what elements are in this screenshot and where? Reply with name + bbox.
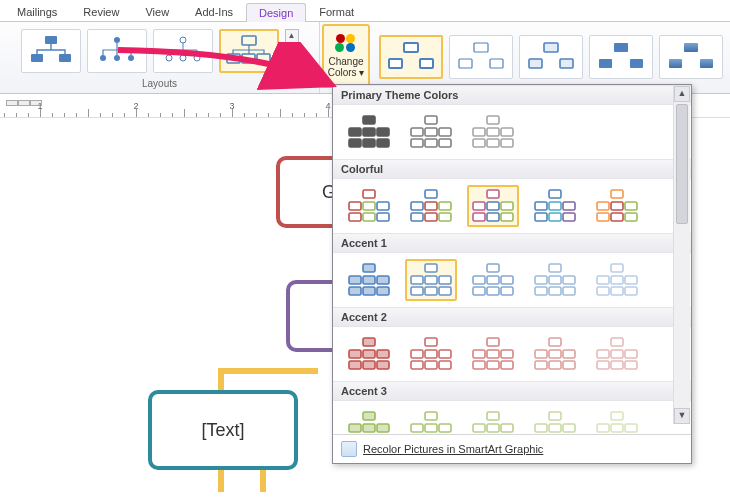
recolor-pictures-button[interactable]: Recolor Pictures in SmartArt Graphic [333, 434, 691, 463]
svg-rect-111 [535, 287, 547, 295]
svg-rect-66 [473, 202, 485, 210]
svg-rect-151 [611, 350, 623, 358]
svg-rect-24 [614, 43, 628, 52]
accent2-color-4[interactable] [591, 333, 643, 375]
accent1-color-0[interactable] [343, 259, 395, 301]
colorful-color-3[interactable] [529, 185, 581, 227]
svg-rect-22 [529, 59, 542, 68]
svg-rect-47 [501, 128, 513, 136]
svg-rect-166 [439, 424, 451, 432]
recolor-pictures-label: Recolor Pictures in SmartArt Graphic [363, 443, 543, 455]
ribbon-tabs: Mailings Review View Add-Ins Design Form… [0, 0, 730, 22]
svg-rect-141 [501, 361, 513, 369]
accent2-color-2[interactable] [467, 333, 519, 375]
style-option-3[interactable] [519, 35, 583, 79]
style-option-4[interactable] [589, 35, 653, 79]
style-option-2[interactable] [449, 35, 513, 79]
accent2-color-1[interactable] [405, 333, 457, 375]
colorful-color-2[interactable] [467, 185, 519, 227]
primary-color-0[interactable] [343, 111, 395, 153]
layouts-scroll-up[interactable]: ▲ [285, 29, 299, 43]
accent3-color-2[interactable] [467, 407, 519, 434]
accent1-color-3[interactable] [529, 259, 581, 301]
svg-rect-56 [363, 213, 375, 221]
colorful-color-4[interactable] [591, 185, 643, 227]
accent1-color-1[interactable] [405, 259, 457, 301]
svg-rect-61 [439, 202, 451, 210]
tab-view[interactable]: View [132, 2, 182, 21]
accent2-color-3[interactable] [529, 333, 581, 375]
style-option-1-selected[interactable] [379, 35, 443, 79]
tab-format[interactable]: Format [306, 2, 367, 21]
svg-rect-81 [611, 202, 623, 210]
svg-rect-133 [425, 361, 437, 369]
dropdown-row [333, 401, 691, 434]
dropdown-row [333, 179, 691, 233]
svg-rect-11 [242, 36, 256, 45]
layouts-scroll-down[interactable]: ▼ [285, 44, 299, 58]
svg-rect-34 [349, 139, 361, 147]
colorful-color-0[interactable] [343, 185, 395, 227]
layout-option-1[interactable] [21, 29, 81, 73]
svg-rect-110 [563, 276, 575, 284]
svg-rect-121 [363, 338, 375, 346]
svg-point-5 [114, 55, 120, 61]
layout-option-4-selected[interactable] [219, 29, 279, 73]
svg-rect-112 [549, 287, 561, 295]
accent3-color-3[interactable] [529, 407, 581, 434]
dropdown-scroll-area[interactable]: Primary Theme ColorsColorfulAccent 1Acce… [333, 85, 691, 434]
svg-rect-1 [31, 54, 43, 62]
smartart-node-3[interactable]: [Text] [148, 390, 298, 470]
tab-design[interactable]: Design [246, 3, 306, 22]
accent2-color-0[interactable] [343, 333, 395, 375]
dropdown-heading-accent1: Accent 1 [333, 233, 691, 253]
primary-color-2[interactable] [467, 111, 519, 153]
accent3-color-0[interactable] [343, 407, 395, 434]
svg-point-8 [166, 55, 172, 61]
svg-rect-170 [487, 412, 499, 420]
layouts-gallery-scroll: ▲ ▼ ▾ [285, 29, 299, 73]
svg-rect-88 [363, 276, 375, 284]
colorful-color-1[interactable] [405, 185, 457, 227]
svg-rect-41 [411, 139, 423, 147]
group-layouts-label: Layouts [6, 78, 313, 91]
svg-rect-31 [349, 128, 361, 136]
layout-option-2[interactable] [87, 29, 147, 73]
svg-rect-165 [425, 424, 437, 432]
dropdown-scroll-down[interactable]: ▼ [674, 408, 690, 424]
dropdown-row [333, 253, 691, 307]
svg-rect-91 [363, 287, 375, 295]
accent3-color-4[interactable] [591, 407, 643, 434]
svg-rect-106 [501, 287, 513, 295]
svg-rect-142 [549, 338, 561, 346]
svg-rect-51 [363, 190, 375, 198]
tab-review[interactable]: Review [70, 2, 132, 21]
tab-mailings[interactable]: Mailings [4, 2, 70, 21]
style-option-5[interactable] [659, 35, 723, 79]
layouts-gallery-more[interactable]: ▾ [285, 59, 299, 73]
accent3-color-1[interactable] [405, 407, 457, 434]
svg-rect-92 [377, 287, 389, 295]
dropdown-scroll-up[interactable]: ▲ [674, 86, 690, 102]
svg-rect-40 [439, 128, 451, 136]
change-colors-button[interactable]: Change Colors ▾ [322, 24, 370, 88]
dropdown-scroll-handle[interactable] [676, 104, 688, 224]
svg-rect-186 [611, 424, 623, 432]
svg-rect-43 [439, 139, 451, 147]
svg-rect-118 [597, 287, 609, 295]
svg-rect-38 [411, 128, 423, 136]
accent1-color-4[interactable] [591, 259, 643, 301]
svg-rect-147 [549, 361, 561, 369]
layout-option-3[interactable] [153, 29, 213, 73]
tab-addins[interactable]: Add-Ins [182, 2, 246, 21]
primary-color-1[interactable] [405, 111, 457, 153]
svg-rect-20 [490, 59, 503, 68]
accent1-color-2[interactable] [467, 259, 519, 301]
svg-rect-144 [549, 350, 561, 358]
svg-rect-185 [597, 424, 609, 432]
svg-rect-83 [597, 213, 609, 221]
svg-rect-13 [242, 54, 255, 63]
change-colors-label: Change Colors ▾ [324, 56, 368, 78]
svg-rect-143 [535, 350, 547, 358]
svg-rect-99 [439, 287, 451, 295]
